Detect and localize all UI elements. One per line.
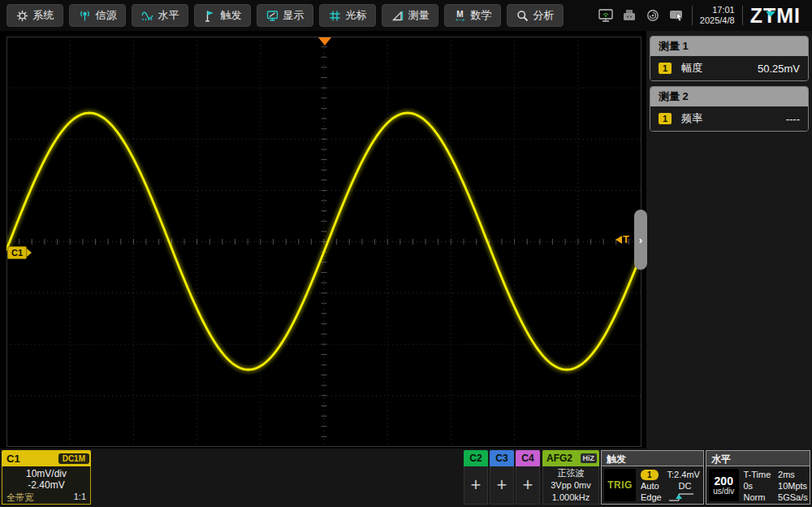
trigger-panel[interactable]: 触发 TRIG 1 T:2.4mV Auto DC Edge: [601, 450, 704, 505]
channel4-tab[interactable]: C4 +: [516, 450, 540, 505]
menu-button-measure[interactable]: 测量: [382, 4, 438, 27]
usb-device-icon[interactable]: [621, 8, 637, 23]
channel1-coupling-badge: DC1M: [58, 453, 89, 464]
menu-label: 数学: [471, 8, 492, 23]
afg-waveform-type: 正弦波: [543, 467, 598, 479]
display-icon: [266, 10, 279, 22]
touchscreen-icon[interactable]: [668, 8, 685, 23]
left-arrow-icon: [615, 236, 622, 244]
channel3-add: +: [490, 466, 514, 505]
math-icon: M+−×: [454, 10, 466, 22]
trigger-status: TRIG: [607, 479, 633, 491]
t-time-value: 2ms: [771, 470, 807, 479]
svg-text:+−×: +−×: [455, 16, 464, 22]
plus-icon: +: [523, 474, 533, 496]
channel1-bandwidth: 全带宽: [6, 492, 33, 504]
channel1-header: C1 DC1M: [2, 450, 91, 466]
channel1-box[interactable]: C1 DC1M 10mV/div -2.40mV 全带宽 1:1: [2, 450, 91, 505]
wave-icon: [141, 10, 153, 22]
gear-icon: [16, 10, 28, 22]
cursor-grid-icon: [329, 10, 341, 22]
trigger-marker-label: T: [623, 233, 629, 245]
chevron-right-icon: ›: [639, 234, 642, 246]
afg-amplitude-offset: 3Vpp 0mv: [543, 479, 598, 492]
side-panel-handle[interactable]: ›: [634, 210, 647, 270]
menu-button-math[interactable]: M+−× 数学: [444, 4, 501, 27]
trigger-type: Edge: [641, 492, 667, 502]
timebase-scale: 200: [715, 475, 733, 487]
measure-triangle-icon: [391, 10, 404, 22]
source-badge: 1: [659, 63, 672, 74]
channel2-add: +: [464, 466, 488, 505]
timebase-box[interactable]: 200 us/div: [709, 469, 739, 501]
timebase-unit: us/div: [713, 487, 734, 496]
topbar-separator: [742, 6, 743, 25]
trigger-source-badge: 1: [641, 470, 659, 480]
flag-icon: [204, 10, 216, 22]
channel4-name: C4: [516, 450, 540, 466]
channel1-extra: 全带宽 1:1: [2, 492, 90, 504]
brand-logo: ZTMI: [750, 4, 804, 28]
measurement-value: 50.25mV: [758, 63, 800, 75]
channel3-tab[interactable]: C3 +: [490, 450, 514, 505]
menu-button-cursor[interactable]: 光标: [319, 4, 376, 27]
brand-triangle-icon: [766, 11, 775, 17]
horizontal-offset: 0s: [744, 481, 772, 491]
channel2-name: C2: [464, 450, 488, 466]
memory-depth: 10Mpts: [771, 481, 807, 491]
menu-button-analyze[interactable]: 分析: [507, 4, 564, 27]
acquisition-mode: Norm: [744, 492, 772, 502]
channel1-level-marker[interactable]: C1: [7, 246, 32, 259]
antenna-icon: [79, 10, 91, 22]
channel1-marker-label: C1: [7, 246, 27, 259]
afg-name: AFG2: [546, 453, 572, 464]
menu-label: 触发: [221, 8, 242, 23]
channel3-name: C3: [490, 450, 514, 466]
menu-label: 光标: [346, 8, 367, 23]
channel2-tab[interactable]: C2 +: [464, 450, 488, 505]
waveform-display[interactable]: C1 T: [6, 37, 641, 447]
channel1-probe-ratio: 1:1: [74, 492, 86, 504]
menu-label: 信源: [96, 8, 117, 23]
menu-button-source[interactable]: 信源: [69, 4, 126, 27]
afg-generator-box[interactable]: AFG2 HiZ 正弦波 3Vpp 0mv 1.000kHz: [542, 450, 599, 505]
menu-button-display[interactable]: 显示: [257, 4, 313, 27]
top-toolbar: 系统 信源 水平 触发 显示: [0, 0, 812, 31]
magnifier-icon: [516, 10, 529, 22]
trigger-level-value: T:2.4mV: [667, 470, 701, 479]
trigger-status-box[interactable]: TRIG: [604, 469, 636, 501]
measurement-card-1[interactable]: 测量 1 1 幅度 50.25mV: [650, 36, 809, 81]
trigger-panel-title: 触发: [602, 451, 703, 466]
network-status-icon[interactable]: [598, 8, 614, 23]
measurement-row: 1 幅度 50.25mV: [650, 56, 808, 80]
channel4-add: +: [516, 466, 540, 505]
measurement-title: 测量 1: [650, 37, 808, 56]
horizontal-panel[interactable]: 水平 200 us/div T-Time 2ms 0s 10Mpts Norm …: [706, 450, 810, 505]
channel1-info: 10mV/div -2.40mV 全带宽 1:1: [2, 466, 91, 505]
trigger-position-marker[interactable]: [318, 37, 331, 46]
afg-frequency: 1.000kHz: [543, 492, 598, 504]
brand-text: ZTMI: [750, 4, 801, 27]
clock-time: 17:01: [712, 5, 735, 15]
menu-label: 测量: [408, 8, 430, 23]
measurement-card-2[interactable]: 测量 2 1 频率 ----: [650, 86, 809, 132]
menu-label: 系统: [33, 8, 54, 23]
measurement-name: 幅度: [681, 61, 702, 76]
measurement-name: 频率: [681, 111, 702, 126]
horizontal-panel-body: 200 us/div T-Time 2ms 0s 10Mpts Norm 5GS…: [706, 466, 810, 503]
trigger-level-marker[interactable]: T: [615, 233, 629, 245]
sample-rate: 5GSa/s: [771, 492, 807, 502]
menu-button-system[interactable]: 系统: [6, 4, 63, 27]
topbar-status-area: 17:01 2025/4/8 ZTMI: [598, 4, 812, 28]
right-arrow-icon: [27, 249, 32, 257]
plus-icon: +: [497, 474, 508, 496]
graticule-grid: [6, 37, 641, 447]
trigger-panel-body: TRIG 1 T:2.4mV Auto DC Edge: [602, 466, 703, 503]
clock-date: 2025/4/8: [700, 15, 735, 25]
menu-label: 显示: [283, 8, 304, 23]
menu-button-trigger[interactable]: 触发: [194, 4, 251, 27]
menu-button-horizontal[interactable]: 水平: [132, 4, 188, 27]
record-touch-icon[interactable]: [645, 8, 661, 23]
channel1-name: C1: [6, 453, 20, 465]
trigger-details: 1 T:2.4mV Auto DC Edge: [636, 469, 701, 503]
